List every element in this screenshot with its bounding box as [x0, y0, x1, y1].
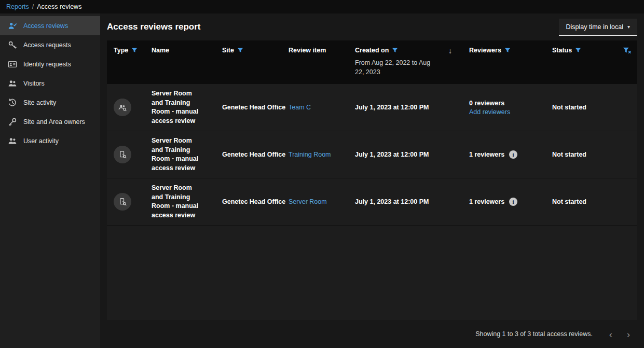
- sidebar-item-label: Access reviews: [23, 22, 68, 30]
- column-review-item: Review item: [289, 47, 355, 54]
- filter-icon[interactable]: [131, 47, 138, 53]
- door-review-icon: [114, 193, 131, 211]
- sidebar-item-site-activity[interactable]: Site activity: [0, 93, 100, 112]
- review-item-link[interactable]: Team C: [289, 104, 311, 111]
- review-status: Not started: [552, 104, 616, 111]
- sidebar-item-user-activity[interactable]: User activity: [0, 131, 100, 150]
- sidebar-item-label: Site and Area owners: [23, 118, 85, 126]
- sort-descending-icon[interactable]: ↓: [448, 47, 469, 55]
- review-name: Server Room and Training Room - manual a…: [152, 184, 203, 220]
- review-site: Genetec Head Office: [222, 151, 289, 158]
- access-reviews-icon: [7, 21, 18, 31]
- filter-icon[interactable]: [504, 47, 511, 53]
- table-empty-area: [107, 226, 637, 320]
- review-site: Genetec Head Office: [222, 198, 289, 205]
- column-reviewers: Reviewers: [469, 47, 552, 54]
- next-page-button[interactable]: ›: [622, 327, 635, 341]
- table-row[interactable]: Server Room and Training Room - manual a…: [107, 84, 637, 131]
- review-status: Not started: [552, 198, 616, 205]
- main-content: Access reviews report Display time in lo…: [100, 13, 644, 348]
- sidebar-item-identity-requests[interactable]: Identity requests: [0, 54, 100, 74]
- filter-icon[interactable]: [575, 47, 581, 53]
- sidebar-item-label: Site activity: [23, 99, 56, 106]
- sidebar-item-visitors[interactable]: Visitors: [0, 74, 100, 93]
- team-review-icon: [114, 99, 131, 116]
- sidebar-item-access-requests[interactable]: Access requests: [0, 35, 100, 54]
- sidebar: Access reviews Access requests Identity …: [0, 13, 100, 348]
- review-created-on: July 1, 2023 at 12:00 PM: [355, 104, 448, 111]
- history-icon: [7, 98, 18, 108]
- id-card-icon: [7, 59, 18, 69]
- created-on-range: From Aug 22, 2022 to Aug 22, 2023: [355, 58, 438, 77]
- sidebar-item-label: Access requests: [23, 41, 71, 49]
- page-title: Access reviews report: [107, 22, 201, 32]
- reviewers-count: 1 reviewers: [469, 198, 504, 205]
- review-created-on: July 1, 2023 at 12:00 PM: [355, 151, 448, 158]
- info-icon[interactable]: i: [509, 198, 517, 206]
- info-icon[interactable]: i: [509, 150, 517, 159]
- reviewers-count: 1 reviewers: [469, 151, 504, 158]
- reviewers-count: 0 reviewers: [469, 100, 552, 107]
- review-name: Server Room and Training Room - manual a…: [152, 89, 203, 126]
- chevron-down-icon: ▾: [627, 24, 630, 30]
- breadcrumb-reports-link[interactable]: Reports: [6, 3, 29, 10]
- previous-page-button[interactable]: ‹: [604, 327, 618, 341]
- review-name: Server Room and Training Room - manual a…: [152, 136, 203, 173]
- sidebar-item-access-reviews[interactable]: Access reviews: [0, 16, 100, 35]
- column-site: Site: [222, 47, 289, 54]
- review-item-link[interactable]: Server Room: [289, 198, 327, 205]
- column-created-on: Created on: [355, 47, 448, 54]
- column-name: Name: [152, 47, 222, 54]
- column-type: Type: [107, 47, 152, 54]
- review-created-on: July 1, 2023 at 12:00 PM: [355, 198, 448, 205]
- filter-icon[interactable]: [237, 47, 243, 53]
- sidebar-item-label: Visitors: [23, 80, 45, 87]
- sidebar-item-label: User activity: [23, 137, 59, 145]
- table-row[interactable]: Server Room and Training Room - manual a…: [107, 131, 637, 178]
- access-reviews-table: Type Name Site Review item Created on: [107, 40, 637, 320]
- review-item-link[interactable]: Training Room: [289, 151, 331, 158]
- filter-icon[interactable]: [392, 47, 398, 53]
- people-icon: [7, 136, 18, 146]
- breadcrumb-separator: /: [32, 3, 34, 10]
- add-reviewers-link[interactable]: Add reviewers: [469, 108, 552, 116]
- sidebar-item-site-area-owners[interactable]: Site and Area owners: [0, 112, 100, 131]
- display-time-label: Display time in local: [566, 23, 623, 31]
- table-footer: Showing 1 to 3 of 3 total access reviews…: [107, 320, 637, 348]
- table-header: Type Name Site Review item Created on: [107, 40, 637, 84]
- breadcrumb-current: Access reviews: [37, 3, 81, 10]
- table-row[interactable]: Server Room and Training Room - manual a…: [107, 178, 637, 226]
- column-status: Status: [552, 47, 616, 54]
- display-time-dropdown[interactable]: Display time in local ▾: [559, 19, 638, 36]
- key-icon: [7, 40, 18, 50]
- top-bar: Reports / Access reviews: [0, 0, 644, 13]
- review-status: Not started: [552, 151, 616, 158]
- key-icon: [7, 117, 18, 127]
- clear-filters-icon[interactable]: [616, 47, 637, 54]
- door-review-icon: [114, 146, 131, 163]
- sidebar-item-label: Identity requests: [23, 61, 71, 68]
- review-site: Genetec Head Office: [222, 104, 289, 111]
- results-summary: Showing 1 to 3 of 3 total access reviews…: [475, 330, 593, 338]
- visitors-icon: [7, 78, 18, 89]
